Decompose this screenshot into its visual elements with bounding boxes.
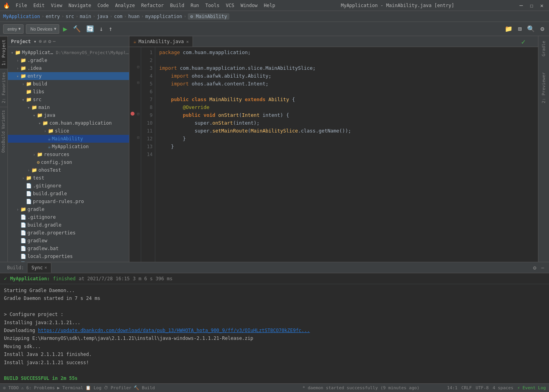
menu-bar[interactable]: File Edit View Navigate Code Analyze Ref… (13, 2, 278, 9)
nav-src[interactable]: src (65, 14, 74, 19)
bp-9[interactable] (129, 110, 136, 118)
tree-item-gradle-props[interactable]: 📄 gradle.properties (8, 229, 129, 237)
tree-item-proguard[interactable]: 📄 proguard-rules.pro (8, 198, 129, 205)
status-build[interactable]: 🔨 Build (134, 385, 155, 390)
menu-code[interactable]: Code (95, 2, 112, 9)
bottom-settings-icon[interactable]: ⚙ (531, 264, 538, 272)
fold-3[interactable]: ⊟ (136, 63, 141, 71)
bottom-tab-sync[interactable]: Sync ✕ (27, 263, 51, 273)
build-down-icon[interactable]: ↓ (98, 24, 105, 33)
entry-selector[interactable]: entry ▾ (3, 24, 24, 34)
menu-navigate[interactable]: Navigate (66, 2, 94, 9)
minimize-panel-icon[interactable]: − (53, 38, 56, 44)
tree-item-local-props[interactable]: 📄 local.properties (8, 252, 129, 260)
tree-options-icon[interactable]: ⇄ (44, 38, 47, 44)
vert-tab-ohosbt[interactable]: OhosBuild Variants (0, 107, 7, 156)
tree-item-slice[interactable]: › 📁 slice (8, 127, 129, 135)
build-sync-icon[interactable]: 🔄 (85, 24, 96, 33)
status-log[interactable]: 📋 Log (85, 385, 102, 390)
menu-edit[interactable]: Edit (31, 2, 47, 9)
window-controls[interactable]: ─ ☐ ✕ (517, 2, 546, 9)
status-line-ending[interactable]: CRLF (462, 385, 472, 390)
tree-item-myapplication[interactable]: ☕ MyApplication (8, 143, 129, 151)
build-hammer-icon[interactable]: 🔨 (71, 24, 82, 33)
tree-item-gradle-root[interactable]: › 📁 gradle (8, 205, 129, 213)
tree-item-com-huan[interactable]: ▾ 📁 com.huan.myapplication (8, 119, 129, 127)
nav-huan[interactable]: huan (128, 14, 140, 19)
layout-icon[interactable]: ⊞ (516, 24, 524, 33)
tree-item-src[interactable]: ▾ 📁 src (8, 96, 129, 103)
status-profiler[interactable]: ⏱ Profiler (104, 385, 132, 390)
run-button[interactable]: ▶ (62, 24, 69, 34)
tree-item-entry[interactable]: ▾ 📁 entry (8, 72, 129, 80)
tree-item-test[interactable]: › 📁 test (8, 174, 129, 182)
folder-icon[interactable]: 📁 (503, 24, 514, 33)
vert-tab-favorites[interactable]: 2: Favorites (0, 69, 7, 106)
fold-5[interactable]: ⊟ (136, 78, 141, 86)
menu-build[interactable]: Build (167, 2, 187, 9)
build-log-url[interactable]: https://update.dbankcdn.com/download/dat… (38, 328, 310, 333)
menu-help[interactable]: Help (261, 2, 278, 9)
right-tab-gradle[interactable]: Gradle (540, 38, 548, 60)
nav-myapplication2[interactable]: myapplication (145, 14, 182, 19)
fold-9[interactable]: ⊟ (136, 110, 141, 118)
tree-item-gradlew-bat[interactable]: 📄 gradlew.bat (8, 245, 129, 252)
tab-mainability[interactable]: ☕ MainAbility.java ✕ (129, 36, 193, 47)
menu-run[interactable]: Run (188, 2, 202, 9)
fold-12[interactable]: ⊟ (136, 133, 141, 141)
sync-tab-close[interactable]: ✕ (44, 265, 47, 270)
menu-analyze[interactable]: Analyze (112, 2, 138, 9)
status-todo[interactable]: ⊙ TODO (3, 385, 19, 390)
menu-file[interactable]: File (13, 2, 30, 9)
tree-item-buildgradle-root[interactable]: 📄 build.gradle (8, 221, 129, 229)
menu-tools[interactable]: Tools (203, 2, 222, 9)
right-tab-previewer[interactable]: 2: Previewer (540, 69, 548, 106)
menu-window[interactable]: Window (238, 2, 260, 9)
minimize-button[interactable]: ─ (517, 2, 525, 9)
tree-item-mainability[interactable]: ☕ MainAbility (8, 135, 129, 143)
tree-item-ohostest[interactable]: › 📁 ohosTest (8, 166, 129, 174)
close-button[interactable]: ✕ (538, 2, 546, 9)
tree-item-libs[interactable]: 📁 libs (8, 88, 129, 96)
breakpoint-gutter[interactable] (129, 47, 136, 262)
status-position[interactable]: 14:1 (447, 385, 458, 390)
menu-view[interactable]: View (48, 2, 65, 9)
code-editor[interactable]: package com.huan.myapplication; import c… (155, 47, 538, 262)
tree-item-configjson[interactable]: ⚙ config.json (8, 158, 129, 166)
settings-icon[interactable]: ⚙ (539, 24, 546, 33)
tree-item-gitignore-root[interactable]: 📄 .gitignore (8, 213, 129, 221)
status-problems[interactable]: ⚠ 6: Problems (21, 385, 55, 390)
status-encoding[interactable]: UTF-8 (476, 385, 489, 390)
tree-item-resources[interactable]: › 📁 resources (8, 151, 129, 158)
search-icon[interactable]: 🔍 (525, 24, 536, 33)
nav-java[interactable]: java (97, 14, 108, 19)
devices-selector[interactable]: No Devices ▾ (26, 24, 59, 34)
tree-item-buildgradle-entry[interactable]: 📄 build.gradle (8, 190, 129, 198)
bottom-minimize-icon[interactable]: − (540, 264, 546, 272)
gear-icon[interactable]: ⚙ (48, 38, 51, 44)
tree-item-main[interactable]: ▾ 📁 main (8, 103, 129, 111)
nav-entry[interactable]: entry (46, 14, 60, 19)
status-terminal[interactable]: ▶ Terminal (57, 385, 83, 390)
nav-com[interactable]: com (114, 14, 123, 19)
tree-item-gradle[interactable]: › 📁 .gradle (8, 56, 129, 64)
tree-item-idea[interactable]: › 📁 .idea (8, 64, 129, 72)
nav-myapplication[interactable]: MyApplication (3, 14, 40, 19)
vert-tab-project[interactable]: 1: Project (0, 36, 7, 69)
tab-close-mainability[interactable]: ✕ (186, 39, 189, 44)
nav-main[interactable]: main (80, 14, 91, 19)
maximize-button[interactable]: ☐ (527, 2, 535, 9)
sync-project-icon[interactable]: ⊕ (39, 38, 42, 44)
status-indent[interactable]: 4 spaces (493, 385, 513, 390)
menu-refactor[interactable]: Refactor (138, 2, 167, 9)
tree-item-gradlew[interactable]: 📄 gradlew (8, 237, 129, 245)
fold-gutter[interactable]: ⊟ ⊟ ⊟ ⊟ (136, 47, 141, 262)
status-event-log[interactable]: ⚡ Event Log (517, 385, 546, 390)
menu-vcs[interactable]: VCS (223, 2, 237, 9)
build-up-icon[interactable]: ↑ (107, 24, 114, 33)
project-panel-actions[interactable]: ⊕ ⇄ ⚙ − (39, 38, 56, 44)
tree-item-java[interactable]: ▾ 📁 java (8, 111, 129, 119)
tree-item-build-entry[interactable]: › 📁 build (8, 80, 129, 88)
tree-item-root[interactable]: ▾ 📁 MyApplication D:\HarmonyOS_Project\M… (8, 49, 129, 56)
tree-item-gitignore-entry[interactable]: 📄 .gitignore (8, 182, 129, 190)
